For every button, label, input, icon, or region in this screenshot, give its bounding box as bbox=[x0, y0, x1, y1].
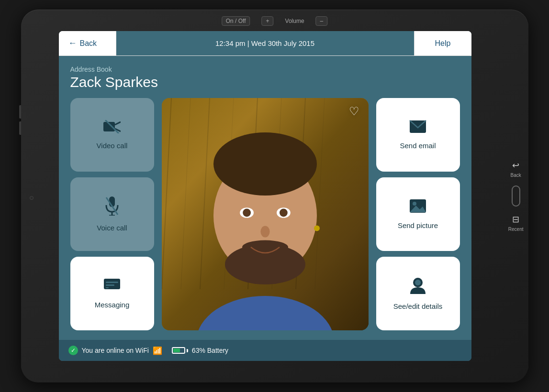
svg-point-24 bbox=[213, 132, 317, 196]
tablet-shell: SAMSUNG On / Off + Volume – ← Back 12:34… bbox=[21, 10, 528, 382]
send-email-label: Send email bbox=[400, 142, 436, 150]
camera-dot bbox=[30, 196, 34, 200]
wifi-icon: 📶 bbox=[153, 346, 162, 355]
voice-call-label: Voice call bbox=[97, 224, 127, 232]
svg-point-26 bbox=[242, 240, 288, 254]
right-actions: Send email Send picture bbox=[376, 98, 460, 330]
main-content: Address Book Zack Sparkes bbox=[59, 56, 471, 340]
online-status: ✓ You are online on WiFi 📶 bbox=[68, 346, 162, 355]
voice-call-button[interactable]: Voice call bbox=[70, 177, 154, 251]
contact-name: Zack Sparkes bbox=[70, 74, 460, 90]
svg-line-1 bbox=[115, 122, 121, 125]
svg-point-38 bbox=[415, 280, 421, 285]
left-actions: Video call Vo bbox=[70, 98, 154, 330]
battery-status: 63% Battery bbox=[172, 347, 228, 354]
contact-header: Address Book Zack Sparkes bbox=[70, 65, 460, 90]
contact-body: Video call Vo bbox=[70, 98, 460, 330]
recent-nav-label: Recent bbox=[508, 227, 524, 232]
tablet-top-bar: On / Off + Volume – bbox=[222, 16, 328, 26]
see-edit-details-icon bbox=[410, 277, 426, 297]
section-label: Address Book bbox=[70, 65, 460, 73]
video-call-icon bbox=[103, 120, 121, 137]
top-nav: ← Back 12:34 pm | Wed 30th July 2015 Hel… bbox=[59, 31, 471, 56]
svg-point-21 bbox=[196, 296, 334, 330]
online-dot-icon: ✓ bbox=[68, 346, 78, 355]
svg-point-30 bbox=[280, 209, 288, 217]
messaging-label: Messaging bbox=[95, 301, 130, 309]
volume-plus-button[interactable]: + bbox=[262, 16, 274, 26]
back-nav-icon: ↩ bbox=[512, 160, 519, 171]
favorite-button[interactable]: ♡ bbox=[347, 104, 362, 119]
recent-nav-icon: ⊟ bbox=[512, 214, 519, 225]
datetime-display: 12:34 pm | Wed 30th July 2015 bbox=[116, 31, 414, 55]
back-nav-label: Back bbox=[511, 173, 521, 178]
messaging-button[interactable]: Messaging bbox=[70, 257, 154, 330]
back-label: Back bbox=[80, 39, 97, 48]
send-email-icon bbox=[409, 120, 426, 137]
screen: ← Back 12:34 pm | Wed 30th July 2015 Hel… bbox=[59, 31, 471, 361]
see-edit-details-label: See/edit details bbox=[393, 302, 443, 310]
svg-point-31 bbox=[260, 226, 269, 238]
status-bar: ✓ You are online on WiFi 📶 63% Battery bbox=[59, 340, 471, 361]
side-button-2[interactable] bbox=[19, 121, 21, 135]
side-left-buttons bbox=[19, 105, 21, 135]
messaging-icon bbox=[103, 278, 121, 296]
battery-icon bbox=[172, 347, 188, 354]
volume-label: Volume bbox=[285, 18, 304, 24]
svg-rect-9 bbox=[106, 282, 118, 283]
send-picture-icon bbox=[409, 199, 426, 217]
send-email-button[interactable]: Send email bbox=[376, 98, 460, 172]
help-button[interactable]: Help bbox=[414, 31, 471, 55]
back-nav-item[interactable]: ↩ Back bbox=[511, 160, 521, 178]
datetime-text: 12:34 pm | Wed 30th July 2015 bbox=[215, 39, 314, 47]
video-call-label: Video call bbox=[97, 142, 128, 150]
send-picture-label: Send picture bbox=[398, 221, 438, 229]
svg-point-32 bbox=[314, 225, 320, 231]
volume-minus-button[interactable]: – bbox=[316, 16, 328, 26]
video-call-button[interactable]: Video call bbox=[70, 98, 154, 172]
back-button[interactable]: ← Back bbox=[59, 31, 116, 55]
online-text: You are online on WiFi bbox=[82, 347, 149, 354]
on-off-button[interactable]: On / Off bbox=[222, 16, 250, 26]
svg-rect-11 bbox=[106, 287, 109, 288]
svg-point-35 bbox=[413, 202, 416, 206]
side-right-nav: ↩ Back ⊟ Recent bbox=[504, 152, 528, 240]
side-button-1[interactable] bbox=[19, 105, 21, 119]
contact-photo: ♡ bbox=[162, 98, 369, 330]
see-edit-details-button[interactable]: See/edit details bbox=[376, 257, 460, 330]
back-arrow-icon: ← bbox=[68, 38, 77, 48]
voice-call-icon bbox=[105, 196, 119, 219]
home-button[interactable] bbox=[512, 185, 520, 207]
recent-nav-item[interactable]: ⊟ Recent bbox=[508, 214, 524, 232]
battery-text: 63% Battery bbox=[192, 347, 228, 354]
send-picture-button[interactable]: Send picture bbox=[376, 177, 460, 251]
svg-rect-10 bbox=[106, 284, 114, 286]
help-label: Help bbox=[435, 39, 451, 48]
svg-point-28 bbox=[243, 209, 251, 217]
photo-bg bbox=[162, 98, 369, 330]
